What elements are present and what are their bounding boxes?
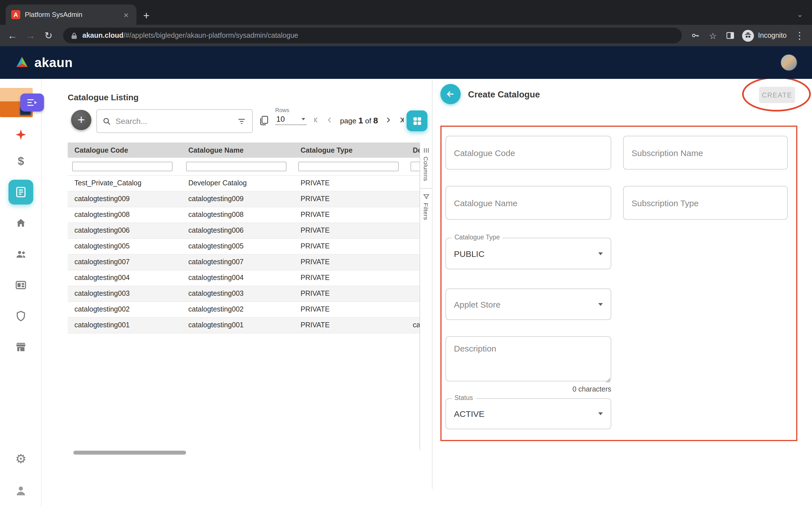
catalogue-type-select[interactable]: Catalogue Type PUBLIC	[446, 238, 611, 269]
columns-side-tab[interactable]: Columns	[423, 157, 429, 181]
next-page-button[interactable]	[384, 115, 393, 124]
tab-search-chevron-icon[interactable]: ⌄	[797, 11, 803, 18]
column-filter-input[interactable]	[186, 162, 287, 172]
table-row[interactable]: catalogtesting005catalogtesting005PRIVAT…	[68, 238, 419, 254]
column-header[interactable]: Catalogue Code	[68, 143, 182, 158]
side-tab-divider	[420, 188, 432, 188]
create-button[interactable]: CREATE	[759, 87, 795, 103]
last-page-button[interactable]	[397, 115, 406, 124]
horizontal-scrollbar[interactable]	[73, 451, 186, 455]
table-cell	[406, 223, 419, 238]
add-catalogue-button[interactable]: +	[71, 110, 91, 130]
sidebar-item-red-app[interactable]	[0, 128, 42, 141]
table-cell: catalogtesting002	[68, 301, 182, 317]
subscription-name-field[interactable]	[623, 136, 788, 170]
catalogue-name-field[interactable]	[446, 186, 611, 220]
catalogue-code-field[interactable]	[446, 136, 611, 170]
listing-title: Catalogue Listing	[68, 93, 139, 102]
table-cell: PRIVATE	[294, 286, 406, 301]
address-bar[interactable]: akaun.cloud/#/applets/bigledger/akaun-pl…	[63, 27, 682, 43]
user-avatar[interactable]	[780, 54, 797, 71]
sidebar-item-security[interactable]	[0, 310, 42, 322]
table-row[interactable]: catalogtesting001catalogtesting001PRIVAT…	[68, 317, 419, 333]
table-row[interactable]: catalogtesting003catalogtesting003PRIVAT…	[68, 286, 419, 301]
filters-funnel-icon	[423, 193, 429, 200]
description-textarea[interactable]	[446, 336, 611, 381]
column-header[interactable]: De	[406, 143, 419, 158]
applet-store-select[interactable]: Applet Store	[446, 288, 611, 320]
reload-icon[interactable]: ↻	[43, 31, 54, 40]
catalogue-table: Catalogue Code Catalogue Name Catalogue …	[68, 143, 419, 333]
copy-pages-button[interactable]	[258, 115, 269, 128]
home-icon	[15, 217, 27, 229]
table-cell: PRIVATE	[294, 301, 406, 317]
back-nav-icon[interactable]: ←	[7, 31, 18, 40]
column-filter-input[interactable]	[298, 162, 399, 172]
status-select[interactable]: Status ACTIVE	[446, 398, 611, 429]
tab-close-icon[interactable]: ×	[121, 9, 131, 20]
rows-caret-icon	[302, 118, 305, 120]
table-cell: catalogtesting001	[68, 317, 182, 333]
sidebar-item-home[interactable]	[0, 217, 42, 229]
table-cell: catalogtesting003	[68, 286, 182, 301]
column-header[interactable]: Catalogue Name	[182, 143, 294, 158]
key-icon[interactable]	[691, 31, 700, 40]
sidebar-item-catalogue-active[interactable]	[8, 180, 33, 205]
table-cell: PRIVATE	[294, 223, 406, 238]
table-row[interactable]: catalogtesting006catalogtesting006PRIVAT…	[68, 223, 419, 238]
filters-side-tab[interactable]: Filters	[423, 203, 429, 220]
sidebar-item-store[interactable]	[0, 341, 42, 353]
table-cell	[406, 191, 419, 207]
incognito-badge: Incognito	[742, 30, 786, 41]
sidebar-item-account[interactable]	[0, 485, 42, 497]
table-cell: PRIVATE	[294, 317, 406, 333]
table-cell: ca	[406, 317, 419, 333]
catalogue-type-label: Catalogue Type	[452, 234, 503, 240]
rows-per-page-select[interactable]: Rows 10	[275, 107, 307, 125]
column-filter-input[interactable]	[410, 162, 419, 172]
subscription-type-field[interactable]	[623, 186, 788, 220]
side-panel-icon[interactable]	[726, 31, 735, 40]
tab-favicon-icon: A	[11, 10, 20, 19]
table-cell: PRIVATE	[294, 191, 406, 207]
sidebar-menu-toggle[interactable]	[20, 94, 44, 112]
sidebar-item-users[interactable]	[0, 248, 42, 260]
new-tab-button[interactable]: +	[143, 10, 149, 21]
table-cell: Test_Private_Catalog	[68, 175, 182, 191]
sidebar-item-settings[interactable]: ⚙	[0, 453, 42, 465]
resize-handle-icon[interactable]	[605, 375, 810, 505]
browser-tab[interactable]: A Platform SysAdmin ×	[6, 4, 137, 25]
table-cell	[406, 286, 419, 301]
bookmark-star-icon[interactable]: ☆	[707, 31, 719, 40]
table-cell	[406, 270, 419, 286]
browser-menu-icon[interactable]: ⋮	[794, 31, 805, 40]
prev-page-button[interactable]	[325, 115, 335, 124]
table-row[interactable]: Test_Private_CatalogDeveloper CatalogPRI…	[68, 175, 419, 191]
table-cell: catalogtesting002	[182, 301, 294, 317]
table-row[interactable]: catalogtesting008catalogtesting008PRIVAT…	[68, 207, 419, 223]
menu-arrow-icon	[27, 99, 38, 107]
column-filter-input[interactable]	[72, 162, 172, 172]
forward-nav-icon[interactable]: →	[25, 31, 36, 40]
incognito-spy-icon	[742, 30, 754, 41]
search-input[interactable]	[116, 117, 232, 126]
panel-divider	[432, 80, 433, 489]
table-row[interactable]: catalogtesting002catalogtesting002PRIVAT…	[68, 301, 419, 317]
table-row[interactable]: catalogtesting009catalogtesting009PRIVAT…	[68, 191, 419, 207]
table-row[interactable]: catalogtesting007catalogtesting007PRIVAT…	[68, 254, 419, 270]
grid-icon	[412, 116, 422, 126]
filter-list-icon[interactable]	[237, 117, 246, 125]
column-header[interactable]: Catalogue Type	[294, 143, 406, 158]
table-row[interactable]: catalogtesting004catalogtesting004PRIVAT…	[68, 270, 419, 286]
current-page: 1	[358, 115, 363, 125]
status-label: Status	[452, 394, 476, 401]
grid-view-button[interactable]	[407, 110, 427, 131]
sidebar-item-cards[interactable]	[0, 279, 42, 291]
lock-icon	[71, 32, 77, 39]
back-button[interactable]	[441, 84, 461, 104]
sidebar-item-billing[interactable]: $	[0, 156, 42, 167]
catalogue-list-icon	[15, 186, 27, 198]
table-cell: PRIVATE	[294, 254, 406, 270]
first-page-button[interactable]	[312, 115, 321, 124]
search-icon	[103, 117, 111, 125]
